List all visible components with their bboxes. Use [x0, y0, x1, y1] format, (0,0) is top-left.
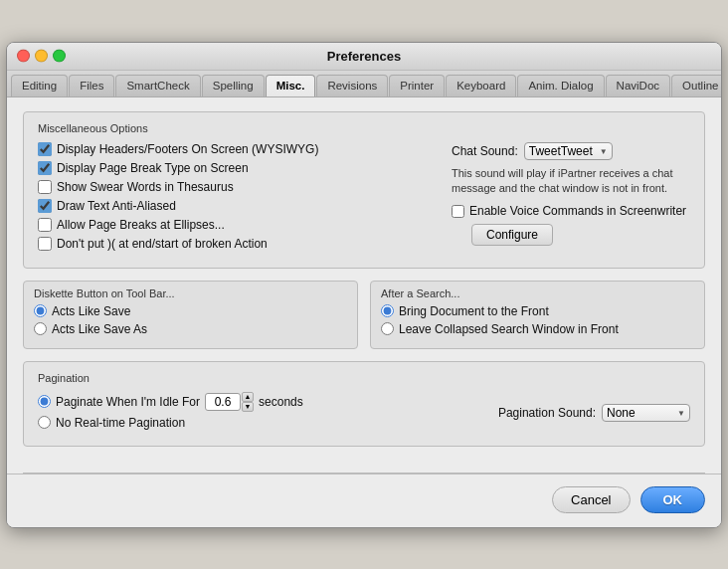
- after-search-label: After a Search...: [381, 287, 694, 299]
- checkbox-display-headers[interactable]: [38, 142, 52, 156]
- radio-label-no-realtime: No Real-time Pagination: [56, 416, 185, 430]
- configure-button[interactable]: Configure: [471, 224, 553, 246]
- checkbox-label-display-page-break: Display Page Break Type on Screen: [57, 161, 249, 175]
- misc-options-label: Miscellaneous Options: [38, 122, 690, 134]
- diskette-radio-row-2: Acts Like Save As: [34, 322, 347, 336]
- misc-left: Display Headers/Footers On Screen (WYSIW…: [38, 142, 436, 256]
- chat-sound-select-wrapper: TweetTweet None Ping Basso: [524, 142, 613, 160]
- misc-options-group: Miscellaneous Options Display Headers/Fo…: [23, 111, 705, 269]
- radio-acts-like-save[interactable]: [34, 304, 47, 317]
- spinner-up[interactable]: ▲: [242, 392, 254, 402]
- misc-container: Display Headers/Footers On Screen (WYSIW…: [38, 142, 690, 256]
- checkbox-row-3: Show Swear Words in Thesaurus: [38, 180, 436, 194]
- title-bar: Preferences: [7, 43, 721, 71]
- tab-printer[interactable]: Printer: [389, 75, 445, 96]
- seconds-label: seconds: [259, 395, 303, 409]
- tab-navidoc[interactable]: NaviDoc: [606, 75, 670, 96]
- spinner-buttons: ▲ ▼: [242, 392, 254, 412]
- checkbox-row-4: Draw Text Anti-Aliased: [38, 199, 436, 213]
- checkbox-label-allow-page-breaks: Allow Page Breaks at Ellipses...: [57, 218, 225, 232]
- pagination-group: Pagination Paginate When I'm Idle For ▲ …: [23, 361, 705, 447]
- radio-paginate-idle[interactable]: [38, 395, 51, 408]
- checkbox-show-swear-words[interactable]: [38, 180, 52, 194]
- cancel-button[interactable]: Cancel: [552, 486, 630, 513]
- window-title: Preferences: [327, 49, 401, 64]
- checkbox-voice-cmd[interactable]: [452, 205, 464, 218]
- checkbox-label-draw-text: Draw Text Anti-Aliased: [57, 199, 176, 213]
- close-button[interactable]: [17, 50, 30, 63]
- chat-sound-desc: This sound will play if iPartner receive…: [452, 166, 690, 197]
- preferences-window: Preferences Editing Files SmartCheck Spe…: [6, 42, 722, 528]
- bottom-bar: Cancel OK: [7, 474, 721, 527]
- checkbox-row-6: Don't put )( at end/start of broken Acti…: [38, 237, 436, 251]
- seconds-spinner: ▲ ▼: [205, 392, 254, 412]
- checkbox-draw-text[interactable]: [38, 199, 52, 213]
- traffic-lights: [17, 50, 66, 63]
- checkbox-dont-put[interactable]: [38, 237, 52, 251]
- checkbox-label-display-headers: Display Headers/Footers On Screen (WYSIW…: [57, 142, 318, 156]
- radio-no-realtime[interactable]: [38, 416, 51, 429]
- radio-label-acts-like-save-as: Acts Like Save As: [52, 322, 147, 336]
- pagination-sound-select-wrapper: None TweetTweet Ping: [602, 404, 690, 422]
- chat-sound-label: Chat Sound:: [452, 144, 518, 158]
- tab-anim-dialog[interactable]: Anim. Dialog: [517, 75, 604, 96]
- radio-label-leave-collapsed: Leave Collapsed Search Window in Front: [399, 322, 619, 336]
- checkbox-display-page-break[interactable]: [38, 161, 52, 175]
- pagination-radio-row-1: Paginate When I'm Idle For ▲ ▼ seconds: [38, 392, 478, 412]
- tab-keyboard[interactable]: Keyboard: [446, 75, 516, 96]
- diskette-label: Diskette Button on Tool Bar...: [34, 287, 347, 299]
- tab-outline[interactable]: Outline: [671, 75, 722, 96]
- radio-leave-collapsed[interactable]: [381, 322, 394, 335]
- radio-acts-like-save-as[interactable]: [34, 322, 47, 335]
- tab-bar: Editing Files SmartCheck Spelling Misc. …: [7, 71, 721, 97]
- minimize-button[interactable]: [35, 50, 48, 63]
- voice-cmd-row: Enable Voice Commands in Screenwriter: [452, 204, 690, 218]
- maximize-button[interactable]: [53, 50, 66, 63]
- checkbox-label-show-swear-words: Show Swear Words in Thesaurus: [57, 180, 234, 194]
- checkbox-label-dont-put: Don't put )( at end/start of broken Acti…: [57, 237, 268, 251]
- radio-label-acts-like-save: Acts Like Save: [52, 304, 130, 318]
- tab-editing[interactable]: Editing: [11, 75, 68, 96]
- tab-misc[interactable]: Misc.: [266, 75, 316, 96]
- tab-spelling[interactable]: Spelling: [202, 75, 265, 96]
- checkbox-label-voice-cmd: Enable Voice Commands in Screenwriter: [469, 204, 686, 218]
- chat-sound-row: Chat Sound: TweetTweet None Ping Basso: [452, 142, 690, 160]
- chat-sound-select[interactable]: TweetTweet None Ping Basso: [524, 142, 613, 160]
- spinner-down[interactable]: ▼: [242, 402, 254, 412]
- checkbox-allow-page-breaks[interactable]: [38, 218, 52, 232]
- pagination-radio-row-2: No Real-time Pagination: [38, 416, 478, 430]
- after-search-radio-row-1: Bring Document to the Front: [381, 304, 694, 318]
- checkbox-row-2: Display Page Break Type on Screen: [38, 161, 436, 175]
- radio-label-bring-to-front: Bring Document to the Front: [399, 304, 549, 318]
- seconds-input[interactable]: [205, 393, 241, 411]
- after-search-group: After a Search... Bring Document to the …: [370, 281, 705, 349]
- main-content: Miscellaneous Options Display Headers/Fo…: [7, 97, 721, 473]
- ok-button[interactable]: OK: [640, 486, 706, 513]
- tab-files[interactable]: Files: [69, 75, 114, 96]
- checkbox-row-1: Display Headers/Footers On Screen (WYSIW…: [38, 142, 436, 156]
- radio-bring-to-front[interactable]: [381, 304, 394, 317]
- pagination-left: Paginate When I'm Idle For ▲ ▼ seconds: [38, 392, 478, 434]
- after-search-radio-row-2: Leave Collapsed Search Window in Front: [381, 322, 694, 336]
- pagination-inner: Paginate When I'm Idle For ▲ ▼ seconds: [38, 392, 690, 434]
- tab-revisions[interactable]: Revisions: [316, 75, 388, 96]
- radio-label-paginate-idle: Paginate When I'm Idle For: [56, 395, 200, 409]
- misc-right: Chat Sound: TweetTweet None Ping Basso T…: [452, 142, 690, 256]
- pagination-right: Pagination Sound: None TweetTweet Ping: [498, 404, 690, 422]
- diskette-search-row: Diskette Button on Tool Bar... Acts Like…: [23, 281, 705, 349]
- diskette-group: Diskette Button on Tool Bar... Acts Like…: [23, 281, 358, 349]
- pagination-sound-label: Pagination Sound:: [498, 406, 596, 420]
- checkbox-row-5: Allow Page Breaks at Ellipses...: [38, 218, 436, 232]
- diskette-radio-row-1: Acts Like Save: [34, 304, 347, 318]
- pagination-label: Pagination: [38, 372, 690, 384]
- tab-smartcheck[interactable]: SmartCheck: [115, 75, 200, 96]
- pagination-sound-select[interactable]: None TweetTweet Ping: [602, 404, 690, 422]
